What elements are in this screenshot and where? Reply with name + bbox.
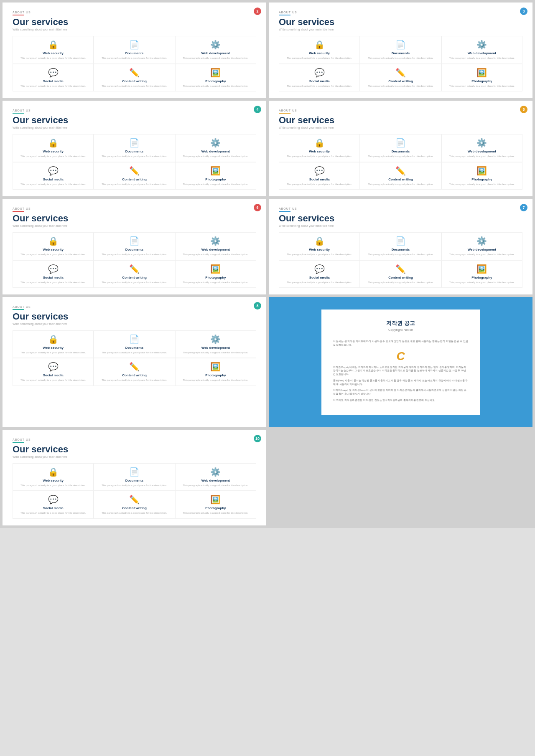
slide-title-4: Our services — [279, 115, 522, 125]
service-web-security-1: 🔒 Web security This paragraph actually i… — [13, 36, 94, 63]
service-name: Content writing — [97, 276, 172, 279]
slide-subtitle-7: Write something about your main title he… — [13, 322, 256, 325]
service-name: Web development — [444, 51, 520, 55]
slide-7: 8 ABOUT US Our services Write something … — [3, 297, 266, 427]
service-photo-5: 🖼️ Photography This paragraph actually i… — [175, 260, 256, 288]
slide-subtitle-3: Write something about your main title he… — [13, 126, 256, 129]
accent-line-6 — [279, 211, 290, 212]
web-security-icon: 🔒 — [282, 40, 357, 50]
badge-2: 3 — [520, 8, 527, 15]
service-desc: This paragraph actually is a good place … — [97, 281, 172, 284]
photo-icon: 🖼️ — [178, 264, 253, 274]
service-desc: This paragraph actually is a good place … — [15, 56, 91, 60]
service-name: Social media — [15, 79, 91, 83]
service-name: Content writing — [363, 276, 438, 279]
service-name: Web development — [178, 51, 253, 55]
documents-icon: 📄 — [97, 334, 172, 344]
slide-title-6: Our services — [279, 213, 522, 223]
documents-icon: 📄 — [97, 40, 172, 50]
service-name: Documents — [97, 150, 172, 153]
web-security-icon: 🔒 — [15, 236, 91, 246]
service-desc: This paragraph actually is a good place … — [178, 351, 253, 354]
service-desc: This paragraph actually is a good place … — [15, 378, 91, 382]
copyright-inner: 저작권 공고 Copyright Notice 이 문서는 본 저작권 가이드에… — [321, 310, 480, 415]
services-grid-6: 🔒 Web security This paragraph actually i… — [279, 232, 522, 288]
service-documents-9: 📄 Documents This paragraph actually is a… — [94, 463, 175, 491]
service-desc: This paragraph actually is a good place … — [363, 281, 438, 284]
service-name: Web security — [15, 150, 91, 153]
service-desc: This paragraph actually is a good place … — [282, 155, 357, 158]
service-documents-1: 📄 Documents This paragraph actually is a… — [94, 36, 175, 63]
webdev-icon: ⚙️ — [444, 138, 520, 148]
service-name: Web development — [178, 479, 253, 482]
service-name: Web security — [15, 248, 91, 251]
documents-icon: 📄 — [363, 40, 438, 50]
badge-6: 7 — [520, 204, 527, 211]
about-label-1: ABOUT US — [13, 11, 256, 14]
slide-2: 3 ABOUT US Our services Write something … — [269, 3, 532, 98]
service-webdev-7: ⚙️ Web development This paragraph actual… — [175, 330, 256, 358]
service-desc: This paragraph actually is a good place … — [178, 281, 253, 284]
service-name: Social media — [15, 276, 91, 279]
service-webdev-9: ⚙️ Web development This paragraph actual… — [175, 463, 256, 491]
documents-icon: 📄 — [97, 138, 172, 148]
slide-title-5: Our services — [13, 213, 256, 223]
service-desc: This paragraph actually is a good place … — [178, 84, 253, 88]
content-icon: ✏️ — [363, 68, 438, 78]
photo-icon: 🖼️ — [444, 264, 520, 274]
service-desc: This paragraph actually is a good place … — [282, 253, 357, 256]
accent-line-1 — [13, 15, 24, 15]
service-desc: This paragraph actually is a good place … — [97, 484, 172, 487]
documents-icon: 📄 — [97, 236, 172, 246]
service-desc: This paragraph actually is a good place … — [363, 183, 438, 186]
service-name: Web development — [178, 346, 253, 350]
service-desc: This paragraph actually is a good place … — [97, 56, 172, 60]
service-social-1: 💬 Social media This paragraph actually i… — [13, 64, 94, 91]
service-content-4: ✏️ Content writing This paragraph actual… — [360, 162, 441, 190]
accent-line-9 — [13, 442, 24, 443]
service-desc: This paragraph actually is a good place … — [444, 183, 520, 186]
service-desc: This paragraph actually is a good place … — [178, 183, 253, 186]
service-desc: This paragraph actually is a good place … — [282, 84, 357, 88]
web-security-icon: 🔒 — [15, 138, 91, 148]
photo-icon: 🖼️ — [444, 68, 520, 78]
service-social-6: 💬 Social media This paragraph actually i… — [279, 260, 360, 288]
content-icon: ✏️ — [363, 166, 438, 176]
service-photo-1: 🖼️ Photography This paragraph actually i… — [175, 64, 256, 91]
about-label-4: ABOUT US — [279, 109, 522, 112]
slide-subtitle-9: Write something about your main title he… — [13, 455, 256, 458]
service-desc: This paragraph actually is a good place … — [363, 155, 438, 158]
service-desc: This paragraph actually is a good place … — [15, 155, 91, 158]
service-name: Web security — [282, 51, 357, 55]
service-name: Photography — [178, 178, 253, 181]
service-name: Social media — [282, 276, 357, 279]
badge-4: 5 — [520, 106, 527, 113]
service-name: Documents — [97, 346, 172, 350]
service-desc: This paragraph actually is a good place … — [444, 56, 520, 60]
service-social-2: 💬 Social media This paragraph actually i… — [279, 64, 360, 91]
webdev-icon: ⚙️ — [178, 467, 253, 477]
service-desc: This paragraph actually is a good place … — [97, 511, 172, 515]
service-name: Photography — [178, 373, 253, 377]
webdev-icon: ⚙️ — [178, 236, 253, 246]
service-content-5: ✏️ Content writing This paragraph actual… — [94, 260, 175, 288]
service-social-3: 💬 Social media This paragraph actually i… — [13, 162, 94, 190]
service-desc: This paragraph actually is a good place … — [97, 84, 172, 88]
service-name: Web development — [444, 248, 520, 251]
service-content-6: ✏️ Content writing This paragraph actual… — [360, 260, 441, 288]
slide-5: 6 ABOUT US Our services Write something … — [3, 199, 266, 294]
service-content-7: ✏️ Content writing This paragraph actual… — [94, 358, 175, 386]
service-desc: This paragraph actually is a good place … — [363, 56, 438, 60]
webdev-icon: ⚙️ — [178, 40, 253, 50]
about-label-3: ABOUT US — [13, 109, 256, 112]
service-webdev-4: ⚙️ Web development This paragraph actual… — [441, 134, 522, 162]
service-desc: This paragraph actually is a good place … — [178, 378, 253, 382]
slide-subtitle-4: Write something about your main title he… — [279, 126, 522, 129]
slide-title-3: Our services — [13, 115, 256, 125]
badge-7: 8 — [254, 302, 261, 310]
documents-icon: 📄 — [363, 236, 438, 246]
service-desc: This paragraph actually is a good place … — [178, 511, 253, 515]
content-icon: ✏️ — [97, 166, 172, 176]
service-name: Social media — [282, 178, 357, 181]
service-webdev-5: ⚙️ Web development This paragraph actual… — [175, 232, 256, 260]
